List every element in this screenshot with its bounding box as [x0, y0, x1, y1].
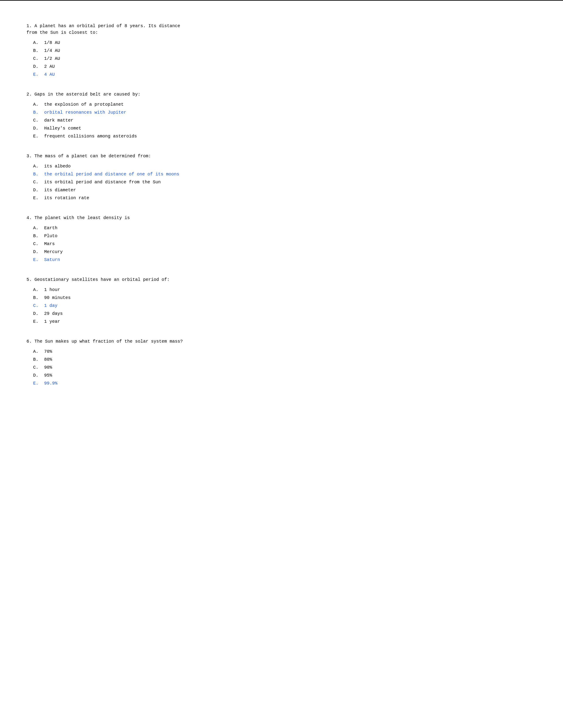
top-border: [0, 0, 563, 1]
option-label-5-D: D.: [33, 310, 44, 317]
question-6: 6. The Sun makes up what fraction of the…: [26, 338, 537, 387]
question-2-options: A.the explosion of a protoplanetB.orbita…: [33, 101, 537, 140]
option-label-5-B: B.: [33, 295, 44, 301]
question-2-option-E[interactable]: E.frequent collisions among asteroids: [33, 133, 537, 140]
option-label-2-D: D.: [33, 125, 44, 132]
question-1: 1. A planet has an orbital period of 8 y…: [26, 23, 537, 78]
option-text-4-D: Mercury: [44, 249, 63, 255]
question-4-text: 4. The planet with the least density is: [26, 215, 537, 221]
option-label-4-D: D.: [33, 249, 44, 255]
question-6-option-C[interactable]: C.90%: [33, 364, 537, 371]
option-label-3-C: C.: [33, 179, 44, 186]
question-1-option-B[interactable]: B.1/4 AU: [33, 47, 537, 54]
option-text-3-D: its diameter: [44, 187, 76, 193]
option-text-6-C: 90%: [44, 364, 52, 371]
option-text-1-C: 1/2 AU: [44, 55, 60, 62]
question-6-options: A.70%B.80%C.90%D.95%E.99.9%: [33, 348, 537, 387]
question-4-option-A[interactable]: A.Earth: [33, 225, 537, 231]
question-5-option-C[interactable]: C.1 day: [33, 302, 537, 309]
question-6-option-E[interactable]: E.99.9%: [33, 380, 537, 387]
question-5-option-B[interactable]: B.90 minutes: [33, 295, 537, 301]
option-label-2-C: C.: [33, 117, 44, 124]
question-3-option-A[interactable]: A.its albedo: [33, 163, 537, 170]
question-3-text: 3. The mass of a planet can be determine…: [26, 153, 537, 159]
question-3-options: A.its albedoB.the orbital period and dis…: [33, 163, 537, 201]
option-text-6-B: 80%: [44, 356, 52, 363]
question-4-option-B[interactable]: B.Pluto: [33, 233, 537, 239]
option-label-1-C: C.: [33, 55, 44, 62]
question-5-option-A[interactable]: A.1 hour: [33, 287, 537, 293]
question-4-option-D[interactable]: D.Mercury: [33, 249, 537, 255]
question-3: 3. The mass of a planet can be determine…: [26, 153, 537, 201]
option-label-6-B: B.: [33, 356, 44, 363]
question-5-option-E[interactable]: E.1 year: [33, 318, 537, 325]
option-label-1-B: B.: [33, 47, 44, 54]
option-label-6-E: E.: [33, 380, 44, 387]
option-label-4-B: B.: [33, 233, 44, 239]
question-1-option-E[interactable]: E.4 AU: [33, 71, 537, 78]
question-2-option-B[interactable]: B.orbital resonances with Jupiter: [33, 109, 537, 116]
option-text-2-B: orbital resonances with Jupiter: [44, 109, 126, 116]
option-text-5-D: 29 days: [44, 310, 63, 317]
option-label-2-A: A.: [33, 101, 44, 108]
question-2-option-A[interactable]: A.the explosion of a protoplanet: [33, 101, 537, 108]
option-text-3-A: its albedo: [44, 163, 71, 170]
question-3-option-D[interactable]: D.its diameter: [33, 187, 537, 193]
option-label-4-E: E.: [33, 257, 44, 263]
option-text-1-E: 4 AU: [44, 71, 55, 78]
option-text-1-D: 2 AU: [44, 63, 55, 70]
question-6-option-A[interactable]: A.70%: [33, 348, 537, 355]
question-3-option-C[interactable]: C.its orbital period and distance from t…: [33, 179, 537, 186]
question-1-options: A.1/8 AUB.1/4 AUC.1/2 AUD.2 AUE.4 AU: [33, 39, 537, 78]
option-label-1-A: A.: [33, 39, 44, 46]
question-2: 2. Gaps in the asteroid belt are caused …: [26, 91, 537, 140]
option-text-1-B: 1/4 AU: [44, 47, 60, 54]
option-label-2-B: B.: [33, 109, 44, 116]
question-5-option-D[interactable]: D.29 days: [33, 310, 537, 317]
option-label-3-B: B.: [33, 171, 44, 178]
option-text-2-E: frequent collisions among asteroids: [44, 133, 137, 140]
question-1-option-D[interactable]: D.2 AU: [33, 63, 537, 70]
option-text-6-A: 70%: [44, 348, 52, 355]
option-text-2-D: Halley's comet: [44, 125, 81, 132]
option-text-5-C: 1 day: [44, 302, 57, 309]
option-text-3-C: its orbital period and distance from the…: [44, 179, 161, 186]
option-text-2-C: dark matter: [44, 117, 73, 124]
option-text-4-E: Saturn: [44, 257, 60, 263]
option-label-6-D: D.: [33, 372, 44, 379]
question-6-option-B[interactable]: B.80%: [33, 356, 537, 363]
content-area: 1. A planet has an orbital period of 8 y…: [0, 14, 563, 418]
question-4-option-C[interactable]: C.Mars: [33, 241, 537, 247]
question-4-option-E[interactable]: E.Saturn: [33, 257, 537, 263]
question-3-option-B[interactable]: B.the orbital period and distance of one…: [33, 171, 537, 178]
question-2-option-D[interactable]: D.Halley's comet: [33, 125, 537, 132]
question-2-text: 2. Gaps in the asteroid belt are caused …: [26, 91, 537, 98]
option-label-3-E: E.: [33, 195, 44, 201]
option-label-3-D: D.: [33, 187, 44, 193]
option-text-1-A: 1/8 AU: [44, 39, 60, 46]
option-label-2-E: E.: [33, 133, 44, 140]
question-4-options: A.EarthB.PlutoC.MarsD.MercuryE.Saturn: [33, 225, 537, 263]
question-6-option-D[interactable]: D.95%: [33, 372, 537, 379]
questions-container: 1. A planet has an orbital period of 8 y…: [26, 23, 537, 387]
question-5-options: A.1 hourB.90 minutesC.1 dayD.29 daysE.1 …: [33, 287, 537, 325]
question-6-text: 6. The Sun makes up what fraction of the…: [26, 338, 537, 345]
question-2-option-C[interactable]: C.dark matter: [33, 117, 537, 124]
option-label-5-C: C.: [33, 302, 44, 309]
option-label-1-E: E.: [33, 71, 44, 78]
option-text-5-E: 1 year: [44, 318, 60, 325]
question-1-option-C[interactable]: C.1/2 AU: [33, 55, 537, 62]
option-text-5-B: 90 minutes: [44, 295, 71, 301]
question-1-option-A[interactable]: A.1/8 AU: [33, 39, 537, 46]
question-3-option-E[interactable]: E.its rotation rate: [33, 195, 537, 201]
option-label-3-A: A.: [33, 163, 44, 170]
option-text-4-B: Pluto: [44, 233, 57, 239]
option-text-3-B: the orbital period and distance of one o…: [44, 171, 179, 178]
option-label-5-A: A.: [33, 287, 44, 293]
option-text-2-A: the explosion of a protoplanet: [44, 101, 124, 108]
option-text-5-A: 1 hour: [44, 287, 60, 293]
option-label-5-E: E.: [33, 318, 44, 325]
option-text-3-E: its rotation rate: [44, 195, 89, 201]
option-label-1-D: D.: [33, 63, 44, 70]
option-label-6-A: A.: [33, 348, 44, 355]
